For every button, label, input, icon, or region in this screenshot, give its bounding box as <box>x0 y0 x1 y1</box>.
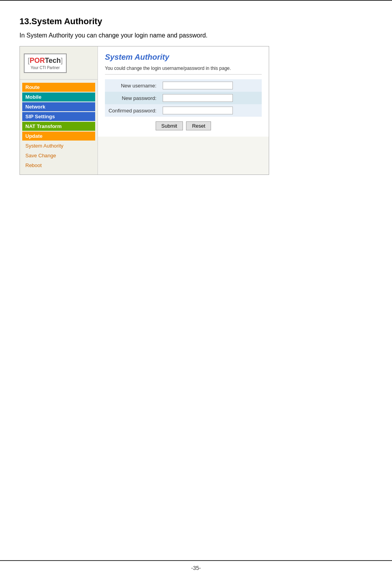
section-title: System Authority <box>105 53 262 62</box>
sidebar-item-system-authority[interactable]: System Authority <box>22 141 95 150</box>
sidebar-item-route[interactable]: Route <box>22 83 95 92</box>
logo-por: POR <box>30 57 45 64</box>
table-row: New password: <box>105 92 262 104</box>
section-desc: You could change the login username/pass… <box>105 66 262 75</box>
sidebar-item-sip-settings[interactable]: SIP Settings <box>22 112 95 121</box>
main-content: System Authority You could change the lo… <box>98 46 269 137</box>
logo-tech: Tech <box>45 57 61 64</box>
logo-subtitle: Your CTI Partner <box>28 66 63 70</box>
form-table: New username: New password: Confirmed pa… <box>105 79 262 117</box>
logo-area: [PORTech] Your CTI Partner <box>20 50 98 80</box>
sidebar-item-mobile[interactable]: Mobile <box>22 93 95 101</box>
sidebar-link-save-change[interactable]: Save Change <box>22 151 95 160</box>
new-password-cell <box>160 92 262 104</box>
confirmed-password-label: Confirmed password: <box>105 104 160 117</box>
sidebar-link-network[interactable]: Network <box>22 102 95 111</box>
new-password-input[interactable] <box>163 94 233 102</box>
button-row: Submit Reset <box>105 121 262 130</box>
page-footer: -35- <box>0 560 392 575</box>
sidebar-link-nat-transform[interactable]: NAT Transform <box>22 122 95 131</box>
reset-button[interactable]: Reset <box>186 121 211 130</box>
confirmed-password-cell <box>160 104 262 117</box>
logo-bracket-right: ] <box>61 57 63 64</box>
sidebar-link-reboot[interactable]: Reboot <box>22 161 95 170</box>
sidebar-item-save-change[interactable]: Save Change <box>22 151 95 160</box>
table-row: New username: <box>105 79 262 92</box>
page-description: In System Authority you can change your … <box>20 32 372 39</box>
new-username-input[interactable] <box>163 82 233 89</box>
sidebar-item-network[interactable]: Network <box>22 102 95 111</box>
sidebar-nav: Route Mobile Network SIP Settings NAT Tr… <box>20 83 98 170</box>
table-row: Confirmed password: <box>105 104 262 117</box>
sidebar-link-sip-settings[interactable]: SIP Settings <box>22 112 95 121</box>
sidebar: [PORTech] Your CTI Partner Route Mobile … <box>20 46 98 174</box>
sidebar-link-system-authority[interactable]: System Authority <box>22 141 95 150</box>
sidebar-link-route[interactable]: Route <box>22 83 95 92</box>
submit-button[interactable]: Submit <box>156 121 183 130</box>
sidebar-item-update[interactable]: Update <box>22 132 95 141</box>
new-username-label: New username: <box>105 79 160 92</box>
sidebar-item-reboot[interactable]: Reboot <box>22 161 95 170</box>
sidebar-item-nat-transform[interactable]: NAT Transform <box>22 122 95 131</box>
sidebar-link-mobile[interactable]: Mobile <box>22 93 95 101</box>
sidebar-link-update[interactable]: Update <box>22 132 95 141</box>
logo-box: [PORTech] Your CTI Partner <box>24 53 67 73</box>
new-username-cell <box>160 79 262 92</box>
ui-container: [PORTech] Your CTI Partner Route Mobile … <box>20 46 269 175</box>
page-title: 13.System Authority <box>20 16 372 27</box>
confirmed-password-input[interactable] <box>163 107 233 114</box>
new-password-label: New password: <box>105 92 160 104</box>
